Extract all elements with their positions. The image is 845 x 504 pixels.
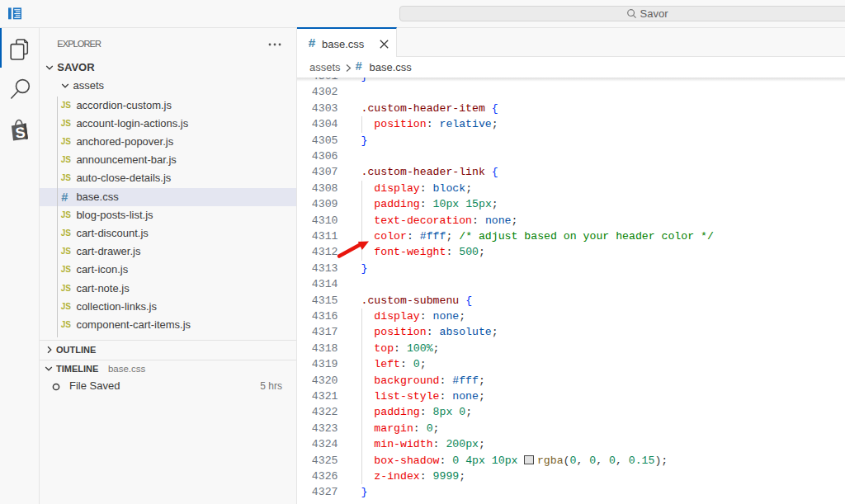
svg-text:S: S	[15, 124, 26, 141]
